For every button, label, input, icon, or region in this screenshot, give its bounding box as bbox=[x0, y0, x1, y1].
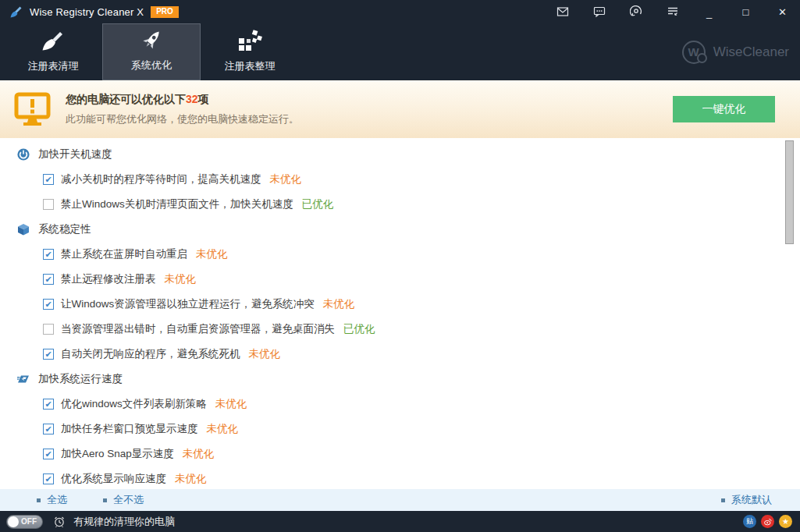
tweak-checkbox[interactable]: ✔ bbox=[43, 473, 54, 484]
weibo-icon[interactable] bbox=[761, 515, 774, 528]
main-tab-bar: 注册表清理 系统优化 注册表整理 W WiseCleaner bbox=[0, 23, 800, 80]
status-label: 已优化 bbox=[343, 322, 375, 336]
window-title: Wise Registry Cleaner X bbox=[30, 6, 144, 18]
select-all-link[interactable]: 全选 bbox=[37, 493, 67, 507]
one-click-optimize-button[interactable]: 一键优化 bbox=[673, 96, 775, 122]
social-links: 贴 ★ bbox=[738, 515, 792, 528]
tweak-checkbox[interactable]: ✔ bbox=[43, 299, 54, 310]
feedback-icon[interactable] bbox=[592, 5, 606, 19]
status-label: 未优化 bbox=[196, 247, 228, 261]
warning-monitor-icon bbox=[14, 92, 51, 127]
tab-registry-cleaner[interactable]: 注册表清理 bbox=[4, 23, 102, 80]
status-label: 未优化 bbox=[207, 422, 239, 436]
tweak-label: 禁止远程修改注册表 bbox=[61, 272, 156, 286]
selection-footer: 全选 全不选 系统默认 bbox=[0, 489, 800, 511]
section-title: 加快开关机速度 bbox=[38, 147, 112, 161]
status-label: 未优化 bbox=[270, 172, 302, 186]
tweak-label: 禁止Windows关机时清理页面文件，加快关机速度 bbox=[61, 197, 293, 211]
tweak-label: 让Windows资源管理器以独立进程运行，避免系统冲突 bbox=[61, 297, 315, 311]
menu-icon[interactable] bbox=[666, 5, 679, 19]
tab-registry-defrag[interactable]: 注册表整理 bbox=[201, 23, 299, 80]
tweak-checkbox[interactable]: ✔ bbox=[43, 424, 54, 434]
brush-icon bbox=[39, 27, 67, 55]
tweak-label: 当资源管理器出错时，自动重启资源管理器，避免桌面消失 bbox=[61, 322, 335, 336]
status-bar: OFF 有规律的清理你的电脑 贴 ★ bbox=[0, 511, 800, 532]
titlebar-actions: _ □ ✕ bbox=[532, 5, 789, 19]
maximize-button[interactable]: □ bbox=[739, 5, 752, 19]
schedule-text: 有规律的清理你的电脑 bbox=[73, 515, 175, 529]
pro-badge: PRO bbox=[151, 6, 179, 18]
tweak-label: 加快Aero Snap显示速度 bbox=[61, 447, 174, 461]
tweak-label: 优化windows文件列表刷新策略 bbox=[61, 397, 207, 411]
optimizable-count: 32 bbox=[186, 93, 198, 105]
status-label: 未优化 bbox=[175, 472, 207, 486]
title-bar: Wise Registry Cleaner X PRO _ □ ✕ bbox=[0, 0, 800, 23]
minimize-button[interactable]: _ bbox=[702, 5, 716, 19]
tweak-label: 减小关机时的程序等待时间，提高关机速度 bbox=[61, 172, 261, 186]
status-label: 未优化 bbox=[249, 347, 281, 361]
qzone-icon[interactable]: ★ bbox=[779, 515, 792, 528]
tweak-label: 优化系统显示响应速度 bbox=[61, 472, 166, 486]
tweak-row: ✔加快Aero Snap显示速度未优化 bbox=[0, 442, 800, 466]
tweak-checkbox[interactable]: ✔ bbox=[43, 449, 54, 459]
tweak-checkbox[interactable] bbox=[43, 199, 54, 210]
mail-icon[interactable] bbox=[556, 5, 569, 19]
tweak-row: ✔减小关机时的程序等待时间，提高关机速度未优化 bbox=[0, 167, 800, 192]
power-icon bbox=[17, 148, 30, 161]
alarm-clock-icon bbox=[53, 516, 66, 528]
scrollbar[interactable] bbox=[785, 140, 794, 244]
status-label: 未优化 bbox=[323, 297, 355, 311]
tweak-row: ✔禁止系统在蓝屏时自动重启未优化 bbox=[0, 242, 800, 267]
system-default-link[interactable]: 系统默认 bbox=[721, 493, 772, 507]
select-none-link[interactable]: 全不选 bbox=[103, 493, 144, 507]
cube-icon bbox=[17, 223, 30, 236]
tweak-label: 自动关闭无响应的程序，避免系统死机 bbox=[61, 347, 240, 361]
status-label: 未优化 bbox=[165, 272, 197, 286]
speed-icon bbox=[17, 373, 30, 385]
tweak-row: ✔自动关闭无响应的程序，避免系统死机未优化 bbox=[0, 342, 800, 367]
tweaks-list: 加快开关机速度✔减小关机时的程序等待时间，提高关机速度未优化禁止Windows关… bbox=[0, 138, 800, 489]
banner-subtitle: 此功能可帮您优化网络，使您的电脑快速稳定运行。 bbox=[66, 112, 299, 126]
tweak-row: ✔加快任务栏窗口预览显示速度未优化 bbox=[0, 417, 800, 442]
tweak-checkbox[interactable]: ✔ bbox=[43, 399, 54, 410]
tweak-checkbox[interactable]: ✔ bbox=[43, 349, 54, 360]
rocket-icon bbox=[137, 27, 165, 55]
wisecleaner-logo: W WiseCleaner bbox=[682, 41, 789, 64]
section-title: 系统稳定性 bbox=[38, 222, 91, 236]
tab-system-tuneup[interactable]: 系统优化 bbox=[102, 23, 201, 80]
app-logo-icon bbox=[9, 5, 23, 19]
tweak-checkbox[interactable]: ✔ bbox=[43, 274, 54, 285]
banner-title: 您的电脑还可以优化以下32项 bbox=[66, 93, 299, 107]
tweak-label: 禁止系统在蓝屏时自动重启 bbox=[61, 247, 187, 261]
optimize-banner: 您的电脑还可以优化以下32项 此功能可帮您优化网络，使您的电脑快速稳定运行。 一… bbox=[0, 80, 800, 138]
tweak-checkbox[interactable] bbox=[43, 324, 54, 335]
section-header: 系统稳定性 bbox=[0, 217, 800, 242]
section-header: 加快开关机速度 bbox=[0, 142, 800, 167]
tweak-checkbox[interactable]: ✔ bbox=[43, 249, 54, 260]
tweak-label: 加快任务栏窗口预览显示速度 bbox=[61, 422, 198, 436]
section-header: 加快系统运行速度 bbox=[0, 367, 800, 392]
schedule-toggle[interactable]: OFF bbox=[6, 515, 43, 529]
tweak-row: ✔优化windows文件列表刷新策略未优化 bbox=[0, 392, 800, 417]
tieba-icon[interactable]: 贴 bbox=[743, 515, 756, 528]
app-window: Wise Registry Cleaner X PRO _ □ ✕ bbox=[0, 0, 800, 532]
tweak-row: ✔禁止远程修改注册表未优化 bbox=[0, 267, 800, 292]
section-title: 加快系统运行速度 bbox=[38, 372, 123, 386]
defrag-icon bbox=[236, 27, 264, 55]
tweak-row: ✔让Windows资源管理器以独立进程运行，避免系统冲突未优化 bbox=[0, 292, 800, 317]
support-icon[interactable] bbox=[629, 5, 642, 19]
close-button[interactable]: ✕ bbox=[776, 5, 789, 19]
status-label: 已优化 bbox=[302, 197, 334, 211]
status-label: 未优化 bbox=[215, 397, 247, 411]
tweak-row: 当资源管理器出错时，自动重启资源管理器，避免桌面消失已优化 bbox=[0, 317, 800, 342]
tweak-checkbox[interactable]: ✔ bbox=[43, 174, 54, 185]
status-label: 未优化 bbox=[183, 447, 215, 461]
tweak-row: 禁止Windows关机时清理页面文件，加快关机速度已优化 bbox=[0, 192, 800, 217]
tweak-row: ✔优化系统显示响应速度未优化 bbox=[0, 466, 800, 489]
